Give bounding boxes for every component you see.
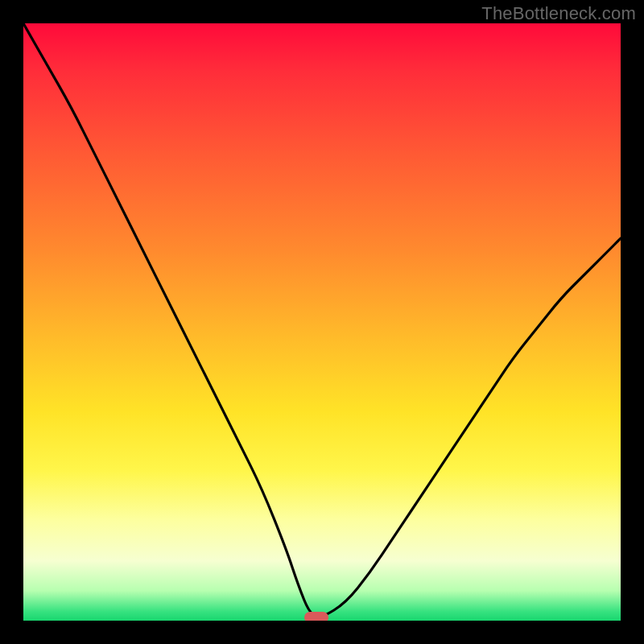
chart-frame: TheBottleneck.com — [0, 0, 644, 644]
bottleneck-curve-path — [23, 23, 621, 617]
plot-area — [23, 23, 621, 621]
curve-svg — [23, 23, 621, 621]
watermark-text: TheBottleneck.com — [481, 3, 636, 24]
optimal-point-marker — [304, 612, 328, 621]
